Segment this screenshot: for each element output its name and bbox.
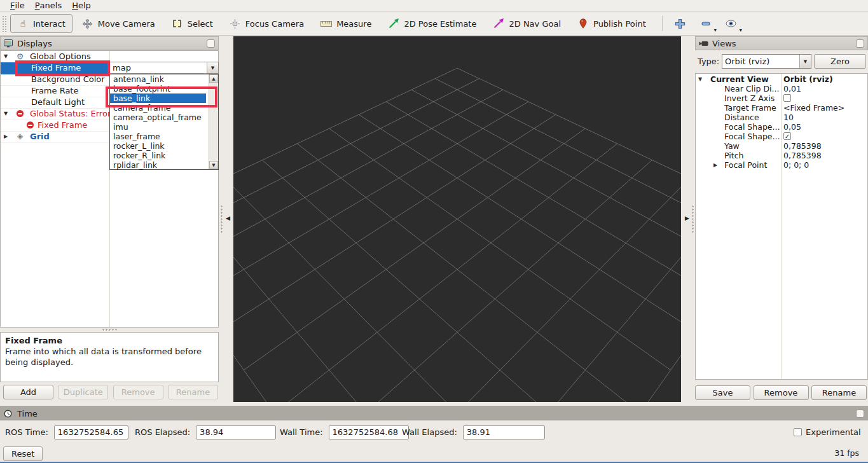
menu-file[interactable]: File — [5, 0, 30, 11]
views-row-focal-shape-5[interactable]: Focal Shape...0,05 — [696, 122, 866, 132]
displays-row-frame-rate[interactable]: Frame Rate — [1, 85, 109, 97]
views-rename-button[interactable]: Rename — [811, 385, 867, 400]
tool-2d-nav-goal[interactable]: 2D Nav Goal — [486, 14, 568, 33]
scroll-down-icon[interactable]: ▼ — [209, 161, 218, 169]
time-field-value[interactable]: 1632752584.68 — [329, 425, 409, 439]
views-row-yaw-7[interactable]: Yaw0,785398 — [696, 141, 866, 151]
tool-label: 2D Nav Goal — [509, 19, 561, 29]
experimental-checkbox[interactable] — [794, 428, 802, 436]
views-save-button[interactable]: Save — [695, 385, 750, 400]
frame-option-laser-frame[interactable]: laser_frame — [110, 132, 206, 141]
views-panel-title: Views — [712, 39, 736, 48]
popup-scrollbar[interactable]: ▲ ▼ — [209, 74, 218, 169]
displays-row-fixed-frame[interactable]: Fixed Frame — [1, 120, 109, 132]
time-panel-float-button[interactable] — [856, 410, 864, 418]
tool-move-camera[interactable]: Move Camera — [75, 14, 162, 33]
frame-option-camera-frame[interactable]: camera_frame — [110, 103, 206, 113]
property-name: Focal Shape... — [724, 132, 780, 141]
displays-row-default-light[interactable]: Default Light — [1, 97, 109, 109]
move-arrows-icon — [82, 18, 93, 29]
expander-icon[interactable]: ▼ — [4, 108, 8, 120]
menu-panels[interactable]: Panels — [30, 0, 67, 11]
displays-add-button[interactable]: Add — [3, 385, 53, 399]
time-field-value[interactable]: 38.91 — [463, 425, 545, 439]
zero-button[interactable]: Zero — [814, 54, 866, 69]
displays-row-background-color[interactable]: Background Color — [1, 74, 109, 86]
frame-option-base-link[interactable]: base_link — [110, 93, 206, 103]
tool-focus-camera[interactable]: Focus Camera — [223, 14, 311, 33]
views-row-current-view-0[interactable]: ▼Current ViewOrbit (rviz) — [696, 74, 866, 84]
expander-icon[interactable]: ▶ — [4, 131, 8, 142]
property-name: Target Frame — [724, 103, 776, 113]
views-row-focal-point-9[interactable]: ▶Focal Point0; 0; 0 — [696, 160, 866, 170]
3d-viewport[interactable] — [233, 36, 681, 402]
clock-icon — [4, 409, 14, 418]
tool-zoom-in[interactable] — [669, 14, 692, 33]
views-panel-float-button[interactable] — [856, 39, 864, 48]
property-value: 0,785398 — [783, 151, 822, 160]
toolbar-drag-handle[interactable] — [2, 15, 6, 32]
expander-icon[interactable]: ▼ — [698, 74, 702, 84]
toolbar-separator — [662, 16, 663, 31]
row-label: Grid — [30, 131, 50, 142]
tool-2d-pose-estimate[interactable]: 2D Pose Estimate — [381, 14, 483, 33]
expander-icon[interactable]: ▼ — [4, 51, 8, 62]
tool-interact[interactable]: ☝Interact — [10, 14, 72, 33]
frame-option-antenna-link[interactable]: antenna_link — [110, 74, 206, 84]
tool-label: Select — [188, 19, 213, 29]
row-label: Fixed Frame — [38, 120, 87, 131]
views-row-target-frame-3[interactable]: Target Frame<Fixed Frame> — [696, 103, 866, 113]
tool-zoom-out[interactable]: ▾ — [694, 14, 717, 33]
views-remove-button[interactable]: Remove — [754, 385, 809, 400]
nav-goal-arrow-icon — [493, 18, 504, 29]
displays-row-global-options[interactable]: ▼⚙Global Options — [1, 51, 109, 63]
experimental-label: Experimental — [806, 427, 861, 437]
tool-publish-point[interactable]: Publish Point — [570, 14, 653, 33]
time-field-value[interactable]: 38.94 — [196, 425, 276, 439]
left-splitter-handle[interactable] — [220, 205, 224, 234]
frame-options-list: antenna_linkbase_footprintbase_linkcamer… — [110, 74, 218, 170]
views-row-focal-shape-6[interactable]: Focal Shape...✓ — [696, 132, 866, 141]
chevron-down-icon[interactable]: ▼ — [207, 62, 218, 73]
frame-dropdown-popup: antenna_linkbase_footprintbase_linkcamer… — [109, 74, 219, 170]
frame-option-imu[interactable]: imu — [110, 122, 206, 132]
gear-icon: ⚙ — [16, 52, 24, 60]
time-field-label: ROS Elapsed: — [135, 427, 190, 437]
property-value: Orbit (rviz) — [783, 74, 833, 84]
views-row-distance-4[interactable]: Distance10 — [696, 113, 866, 122]
displays-row-global-status-error[interactable]: ▼Global Status: Error — [1, 108, 109, 120]
frame-option-camera-optical-frame[interactable]: camera_optical_frame — [110, 113, 206, 122]
tool-eye[interactable]: ▾ — [720, 14, 743, 33]
reset-button[interactable]: Reset — [3, 446, 43, 461]
views-row-invert-z-axis-2[interactable]: Invert Z Axis — [696, 93, 866, 103]
expander-icon[interactable]: ▶ — [713, 160, 717, 170]
displays-row-grid[interactable]: ▶◈Grid — [1, 131, 109, 143]
view-type-combo[interactable]: Orbit (rviz) ▼ — [722, 54, 811, 69]
chevron-down-icon[interactable]: ▼ — [799, 55, 811, 68]
property-checkbox[interactable] — [783, 94, 791, 102]
views-row-near-clip-di-1[interactable]: Near Clip Di...0,01 — [696, 84, 866, 93]
frame-option-rocker-l-link[interactable]: rocker_L_link — [110, 141, 206, 151]
scroll-up-icon[interactable]: ▲ — [209, 74, 218, 83]
collapse-right-panel-button[interactable]: ▶ — [684, 214, 691, 223]
pose-arrow-icon — [388, 18, 399, 29]
time-panel-header: Time — [0, 406, 868, 420]
tool-measure[interactable]: Measure — [313, 14, 378, 33]
tool-select[interactable]: Select — [165, 14, 220, 33]
fixed-frame-combo[interactable]: map ▼ — [109, 62, 219, 74]
frame-option-rplidar-link[interactable]: rplidar_link — [110, 160, 206, 170]
property-checkbox[interactable]: ✓ — [783, 132, 791, 140]
views-row-pitch-8[interactable]: Pitch0,785398 — [696, 151, 866, 160]
frame-option-rocker-r-link[interactable]: rocker_R_link — [110, 151, 206, 160]
help-text: Frame into which all data is transformed… — [5, 347, 214, 368]
time-field-wall-elapsed: Wall Elapsed:38.91 — [402, 425, 545, 439]
frame-option-base-footprint[interactable]: base_footprint — [110, 84, 206, 93]
time-field-label: Wall Elapsed: — [402, 427, 457, 437]
monitor-icon — [4, 39, 14, 48]
menu-help[interactable]: Help — [67, 0, 96, 11]
displays-row-fixed-frame[interactable]: Fixed Frame — [1, 62, 109, 74]
displays-panel-float-button[interactable] — [207, 39, 215, 48]
collapse-left-panel-button[interactable]: ◀ — [224, 214, 231, 223]
property-name: Invert Z Axis — [724, 93, 775, 103]
time-field-value[interactable]: 1632752584.65 — [54, 425, 128, 439]
